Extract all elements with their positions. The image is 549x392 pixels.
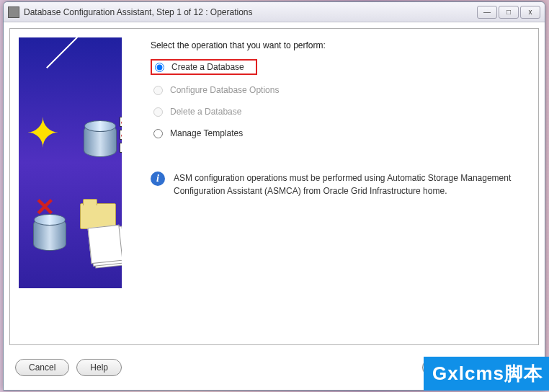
cancel-button[interactable]: Cancel bbox=[15, 359, 69, 376]
window-title: Database Configuration Assistant, Step 1… bbox=[24, 7, 477, 17]
info-icon: i bbox=[151, 172, 165, 186]
option-configure-database[interactable]: Configure Database Options bbox=[151, 84, 522, 97]
star-graphic: ✦ bbox=[26, 110, 60, 156]
info-text: ASM configuration operations must be per… bbox=[174, 172, 522, 197]
help-button[interactable]: Help bbox=[76, 359, 122, 376]
radio-manage[interactable] bbox=[153, 129, 163, 138]
prompt-text: Select the operation that you want to pe… bbox=[151, 40, 522, 50]
radio-create[interactable] bbox=[155, 63, 164, 72]
database-cylinder-icon bbox=[84, 124, 117, 157]
watermark: Gxlcms脚本 bbox=[424, 357, 549, 391]
window-controls: — □ x bbox=[477, 6, 540, 19]
main-panel: Select the operation that you want to pe… bbox=[122, 29, 538, 344]
maximize-button[interactable]: □ bbox=[499, 6, 519, 19]
option-create-database[interactable]: Create a Database bbox=[151, 59, 257, 75]
app-icon bbox=[8, 6, 19, 18]
option-label: Manage Templates bbox=[170, 128, 243, 138]
option-label: Delete a Database bbox=[170, 107, 241, 117]
option-manage-templates[interactable]: Manage Templates bbox=[151, 127, 522, 140]
database-cylinder-icon bbox=[33, 218, 66, 251]
info-section: i ASM configuration operations must be p… bbox=[151, 172, 522, 197]
titlebar[interactable]: Database Configuration Assistant, Step 1… bbox=[4, 2, 545, 22]
content-area: ✦ ✕ Select the operation that you want t… bbox=[9, 28, 539, 345]
option-delete-database[interactable]: Delete a Database bbox=[151, 105, 522, 118]
checklist-graphic bbox=[120, 117, 122, 156]
radio-delete[interactable] bbox=[153, 107, 163, 117]
close-button[interactable]: x bbox=[520, 6, 540, 19]
option-label: Configure Database Options bbox=[170, 85, 279, 95]
papers-icon bbox=[88, 225, 122, 264]
wand-graphic bbox=[46, 37, 78, 68]
option-label: Create a Database bbox=[171, 62, 244, 72]
radio-configure[interactable] bbox=[153, 86, 163, 95]
minimize-button[interactable]: — bbox=[477, 6, 497, 19]
wizard-window: Database Configuration Assistant, Step 1… bbox=[3, 1, 545, 391]
wizard-graphic: ✦ ✕ bbox=[19, 37, 122, 288]
